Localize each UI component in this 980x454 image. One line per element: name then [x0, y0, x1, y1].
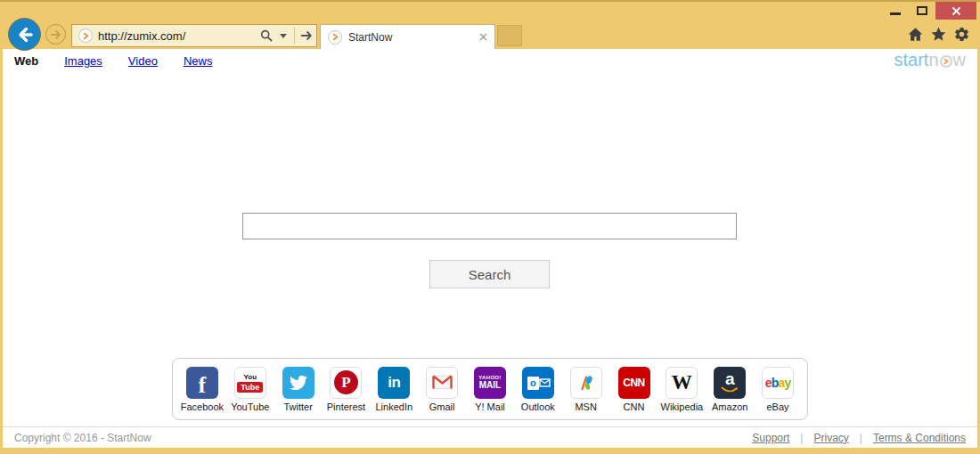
- site-tile-outlook[interactable]: o Outlook: [514, 367, 562, 412]
- browser-tab[interactable]: StartNow: [320, 24, 495, 49]
- minimize-button[interactable]: [882, 2, 909, 19]
- logo-chevron-icon: [940, 55, 952, 68]
- site-label: CNN: [610, 401, 658, 412]
- close-icon: [951, 6, 961, 16]
- toolbar-icons: [907, 26, 970, 43]
- settings-button[interactable]: [953, 26, 970, 43]
- site-tile-pinterest[interactable]: P Pinterest: [323, 367, 371, 412]
- footer-separator: |: [860, 432, 862, 444]
- back-button[interactable]: [8, 18, 41, 51]
- gear-icon: [953, 26, 970, 43]
- site-label: Gmail: [418, 401, 466, 412]
- copyright-text: Copyright © 2016 - StartNow: [14, 432, 151, 444]
- site-label: YouTube: [226, 401, 274, 412]
- twitter-icon: [282, 367, 314, 399]
- site-label: Y! Mail: [466, 401, 514, 412]
- footer-separator: |: [800, 432, 803, 444]
- msn-icon: [570, 367, 602, 399]
- terms-link[interactable]: Terms & Conditions: [873, 432, 966, 444]
- site-label: Pinterest: [323, 401, 371, 412]
- privacy-link[interactable]: Privacy: [813, 432, 848, 444]
- site-label: eBay: [754, 401, 802, 412]
- home-button[interactable]: [907, 26, 924, 43]
- yahoo-mail-icon: YAHOO! MAIL: [474, 367, 506, 399]
- tab-favicon: [328, 30, 342, 45]
- site-tile-amazon[interactable]: a Amazon: [706, 367, 754, 412]
- page-nav: Web Images Video News: [3, 49, 977, 72]
- site-tile-linkedin[interactable]: in LinkedIn: [370, 367, 418, 412]
- search-input[interactable]: [242, 213, 737, 239]
- site-tile-facebook[interactable]: f Facebook: [178, 367, 226, 412]
- site-label: Amazon: [706, 401, 754, 412]
- address-bar[interactable]: http://zumix.com/: [71, 24, 317, 47]
- site-tile-twitter[interactable]: Twitter: [274, 367, 323, 412]
- nav-item-video[interactable]: Video: [128, 54, 158, 68]
- logo-text-start: start: [894, 50, 929, 70]
- startnow-logo: startnw: [894, 50, 966, 70]
- site-label: Wikipedia: [657, 401, 706, 412]
- home-icon: [907, 26, 924, 43]
- window-top-edge: [0, 0, 980, 2]
- pinterest-icon: P: [330, 367, 362, 399]
- close-button[interactable]: [935, 2, 976, 20]
- back-arrow-icon: [15, 25, 35, 45]
- search-button[interactable]: Search: [429, 260, 550, 288]
- support-link[interactable]: Support: [752, 432, 789, 444]
- site-tile-gmail[interactable]: Gmail: [418, 367, 466, 412]
- page-footer: Copyright © 2016 - StartNow Support | Pr…: [3, 426, 977, 448]
- quick-links-panel: f Facebook You Tube YouTube Twitter P Pi…: [172, 358, 808, 420]
- maximize-button[interactable]: [909, 2, 935, 19]
- site-tile-youtube[interactable]: You Tube YouTube: [226, 367, 274, 412]
- nav-item-images[interactable]: Images: [64, 54, 102, 68]
- address-bar-divider: [294, 28, 295, 44]
- site-tile-cnn[interactable]: CNN CNN: [610, 367, 658, 412]
- youtube-icon: You Tube: [234, 367, 266, 399]
- outlook-icon: o: [522, 367, 554, 399]
- facebook-icon: f: [186, 367, 218, 399]
- wikipedia-icon: W: [666, 367, 698, 399]
- footer-links: Support | Privacy | Terms & Conditions: [752, 432, 966, 444]
- search-dropdown-caret[interactable]: [280, 34, 287, 38]
- cnn-icon: CNN: [618, 367, 650, 399]
- site-favicon: [78, 28, 93, 43]
- search-icon[interactable]: [257, 29, 275, 42]
- go-arrow-icon[interactable]: [298, 30, 316, 41]
- site-label: Outlook: [514, 401, 562, 412]
- nav-item-news[interactable]: News: [184, 54, 213, 68]
- linkedin-icon: in: [378, 367, 410, 399]
- site-label: Facebook: [178, 401, 226, 412]
- forward-arrow-icon: [50, 28, 62, 41]
- ebay-icon: ebay: [762, 367, 794, 399]
- site-label: Twitter: [274, 401, 323, 412]
- maximize-icon: [917, 6, 927, 15]
- minimize-icon: [890, 12, 901, 15]
- logo-text-n: n: [928, 50, 938, 70]
- site-label: LinkedIn: [370, 401, 418, 412]
- forward-button[interactable]: [45, 24, 66, 45]
- site-tile-msn[interactable]: MSN: [562, 367, 610, 412]
- site-tile-wikipedia[interactable]: W Wikipedia: [657, 367, 706, 412]
- nav-item-web[interactable]: Web: [14, 54, 38, 68]
- tab-title: StartNow: [348, 31, 472, 44]
- amazon-icon: a: [714, 367, 746, 399]
- page-content: Web Images Video News startnw Search f F…: [3, 49, 977, 448]
- tab-close-icon: [479, 33, 487, 41]
- gmail-icon: [426, 367, 458, 399]
- new-tab-button[interactable]: [497, 25, 522, 46]
- tab-close-button[interactable]: [472, 33, 494, 41]
- site-tile-ymail[interactable]: YAHOO! MAIL Y! Mail: [466, 367, 514, 412]
- site-tile-ebay[interactable]: ebay eBay: [754, 367, 802, 412]
- favorites-button[interactable]: [930, 26, 947, 43]
- logo-text-w: w: [953, 50, 966, 70]
- url-text[interactable]: http://zumix.com/: [98, 29, 257, 43]
- star-icon: [930, 26, 947, 43]
- window-controls: [882, 2, 976, 20]
- site-label: MSN: [562, 401, 610, 412]
